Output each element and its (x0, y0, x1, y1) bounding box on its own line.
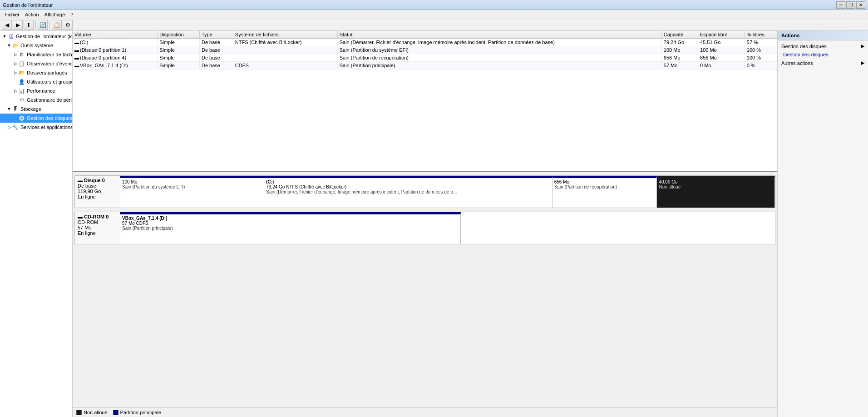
cell-fs (233, 46, 337, 54)
col-type[interactable]: Type (199, 31, 233, 39)
col-capacite[interactable]: Capacité (661, 31, 698, 39)
actions-section-header: Gestion des disques ▶ (778, 42, 868, 50)
disk-partitions-cdrom: VBox_GAs_7.1.4 (D:)57 Mo CDFSSain (Parti… (120, 212, 775, 244)
disk-info-0: ▬ Disque 0 De base 119,98 Go En ligne (75, 176, 120, 208)
sidebar-item-planificateur[interactable]: ▷ 🗓 Planificateur de tâches (0, 50, 72, 59)
disk-type-0: De base (78, 183, 117, 189)
cell-fs (233, 54, 337, 62)
close-button[interactable]: ✕ (856, 1, 865, 9)
table-row[interactable]: ▬(C:) Simple De base NTFS (Chiffré avec … (73, 39, 777, 46)
toggle-services[interactable]: ▷ (6, 125, 12, 129)
partition-segment[interactable]: (C:)79,24 Go NTFS (Chiffré avec BitLocke… (264, 176, 552, 208)
toggle-perf[interactable]: ▷ (13, 89, 18, 93)
cell-statut: Sain (Partition du système EFI) (337, 46, 661, 54)
col-volume[interactable]: Volume (73, 31, 158, 39)
disk-status-0: En ligne (78, 194, 117, 199)
sidebar-item-performance[interactable]: ▷ 📊 Performance (0, 86, 72, 95)
folder-outils-icon: 📁 (12, 42, 19, 49)
menu-fichier[interactable]: Fichier (2, 11, 22, 18)
legend-unallocated: Non alloué (76, 410, 108, 415)
sidebar-label-perf: Performance (27, 88, 55, 94)
services-icon: 🔧 (12, 124, 19, 131)
content-area: Volume Disposition Type Système de fichi… (73, 31, 777, 417)
actions-more-header: Autres actions ▶ (778, 59, 868, 67)
minimize-button[interactable]: ─ (836, 1, 845, 9)
cdrom-status: En ligne (78, 230, 117, 236)
toggle-stockage[interactable]: ▼ (6, 107, 12, 111)
gear-icon: ⚙ (18, 96, 25, 104)
menu-affichage[interactable]: Affichage (42, 11, 68, 18)
computer-icon: 🖥 (7, 33, 15, 40)
cell-statut: Sain (Partition de récupération) (337, 54, 661, 62)
settings-button[interactable]: ⚙ (63, 20, 73, 30)
cell-disposition: Simple (158, 39, 200, 46)
forward-button[interactable]: ▶ (13, 20, 23, 30)
cell-volume: ▬VBox_GAs_7.1.4 (D:) (73, 62, 158, 70)
partition-segment[interactable]: 40,00 GoNon alloué (657, 176, 775, 208)
refresh-button[interactable]: 🔄 (38, 20, 48, 30)
help-button[interactable]: 📋 (52, 20, 62, 30)
menu-help[interactable]: ? (68, 11, 76, 18)
partition-segment[interactable]: VBox_GAs_7.1.4 (D:)57 Mo CDFSSain (Parti… (120, 212, 461, 244)
toggle-obs[interactable]: ▷ (13, 61, 18, 66)
up-button[interactable]: ⬆ (24, 20, 34, 30)
partition-segment[interactable]: 100 MoSain (Partition du système EFI) (120, 176, 264, 208)
col-fs[interactable]: Système de fichiers (233, 31, 337, 39)
partition-segment[interactable]: 656 MoSain (Partition de récupération) (552, 176, 657, 208)
col-espace-libre[interactable]: Espace libre (698, 31, 745, 39)
storage-icon: 🗄 (12, 105, 19, 113)
cell-capacite: 57 Mo (661, 62, 698, 70)
menu-action[interactable]: Action (22, 11, 42, 18)
table-row[interactable]: ▬(Disque 0 partition 4) Simple De base S… (73, 54, 777, 62)
sidebar-label-stockage: Stockage (20, 106, 41, 112)
action-gestion-disques[interactable]: Gestion des disques (778, 50, 868, 59)
cdrom-size: 57 Mo (78, 225, 117, 230)
toggle-users[interactable] (13, 79, 18, 84)
disk-icon-0: ▬ (78, 178, 83, 183)
disk-name-0: ▬ Disque 0 (78, 178, 117, 183)
restore-button[interactable]: ❐ (846, 1, 855, 9)
disk-size-0: 119,98 Go (78, 189, 117, 194)
sidebar-item-gestion-disques[interactable]: 💿 Gestion des disques (0, 114, 72, 123)
sidebar-item-observateur[interactable]: ▷ 📋 Observateur d'événeme… (0, 59, 72, 68)
cell-disposition: Simple (158, 62, 200, 70)
sidebar-item-outils-systeme[interactable]: ▼ 📁 Outils système (0, 41, 72, 50)
disk-table-area: Volume Disposition Type Système de fichi… (73, 31, 777, 172)
sidebar-label-users: Utilisateurs et groupes l… (27, 79, 73, 84)
col-pct[interactable]: % libres (745, 31, 777, 39)
disk-block-cdrom: ▬ CD-ROM 0 CD-ROM 57 Mo En ligne VBox_GA… (74, 212, 775, 244)
toolbar-sep-1 (35, 21, 36, 29)
sidebar-item-services[interactable]: ▷ 🔧 Services et applications (0, 123, 72, 132)
col-disposition[interactable]: Disposition (158, 31, 200, 39)
toggle-root[interactable]: ▼ (2, 34, 7, 39)
toggle-doss[interactable]: ▷ (13, 70, 18, 75)
sidebar-item-stockage[interactable]: ▼ 🗄 Stockage (0, 104, 72, 114)
sidebar-label-planif: Planificateur de tâches (27, 52, 73, 57)
toggle-planif[interactable]: ▷ (13, 52, 18, 57)
cell-statut: Sain (Partition principale) (337, 62, 661, 70)
sidebar-label-obs: Observateur d'événeme… (27, 61, 73, 66)
table-row[interactable]: ▬VBox_GAs_7.1.4 (D:) Simple De base CDFS… (73, 62, 777, 70)
cell-type: De base (199, 54, 233, 62)
legend: Non alloué Partition principale (73, 407, 777, 417)
cell-statut: Sain (Démarrer, Fichier d'échange, Image… (337, 39, 661, 46)
folder-share-icon: 📂 (18, 69, 25, 76)
cell-disposition: Simple (158, 54, 200, 62)
actions-section-main: Gestion des disques ▶ Gestion des disque… (778, 40, 868, 69)
col-statut[interactable]: Statut (337, 31, 661, 39)
sidebar-root-label: Gestion de l'ordinateur (local) (16, 34, 73, 39)
toggle-disques[interactable] (13, 116, 18, 120)
sidebar-label-doss: Dossiers partagés (27, 70, 67, 75)
sidebar-item-root[interactable]: ▼ 🖥 Gestion de l'ordinateur (local) (0, 32, 72, 41)
table-row[interactable]: ▬(Disque 0 partition 1) Simple De base S… (73, 46, 777, 54)
toggle-gest[interactable] (13, 98, 18, 102)
cell-volume: ▬(Disque 0 partition 4) (73, 54, 158, 62)
sidebar-item-utilisateurs[interactable]: 👤 Utilisateurs et groupes l… (0, 77, 72, 86)
cell-espace-libre: 45,51 Go (698, 39, 745, 46)
back-button[interactable]: ◀ (2, 20, 12, 30)
users-icon: 👤 (18, 78, 25, 85)
actions-chevron: ▶ (861, 43, 864, 49)
sidebar-item-dossiers[interactable]: ▷ 📂 Dossiers partagés (0, 68, 72, 77)
toggle-outils[interactable]: ▼ (6, 43, 12, 48)
sidebar-item-gestionnaire[interactable]: ⚙ Gestionnaire de périphé… (0, 95, 72, 104)
